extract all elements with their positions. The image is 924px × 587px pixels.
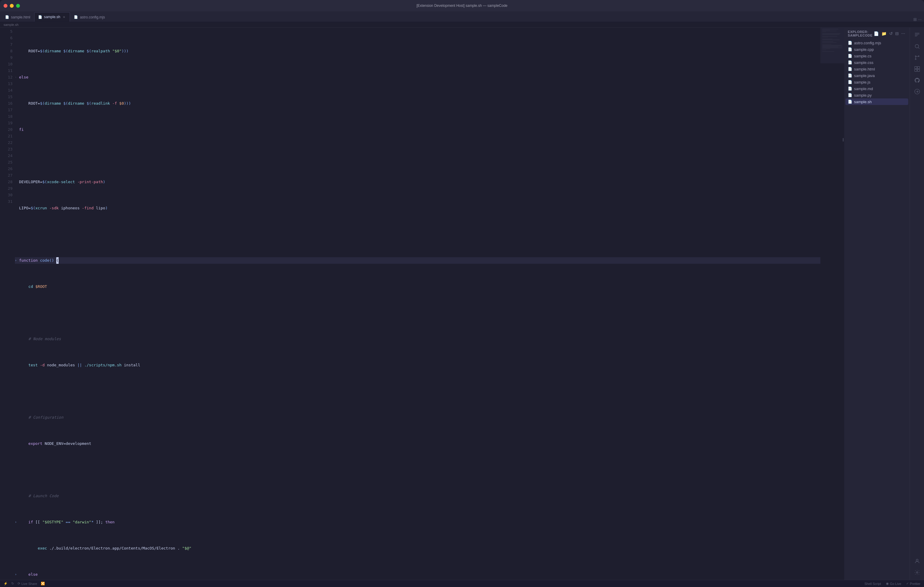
file-icon: 📄	[848, 67, 852, 71]
file-item-sample-css[interactable]: 📄 sample.css	[845, 59, 908, 66]
file-item-sample-cs[interactable]: 📄 sample.cs	[845, 53, 908, 59]
close-button[interactable]	[3, 4, 7, 8]
file-icon: 📄	[848, 41, 852, 45]
shell-script-label: Shell Script	[865, 582, 881, 585]
go-live-label: Go Live	[890, 582, 901, 585]
code-line-13: › function code() {	[15, 257, 820, 264]
code-line-9	[15, 153, 820, 159]
traffic-lights	[3, 4, 20, 8]
status-prettier[interactable]: ✓ Prettier	[906, 582, 921, 585]
file-icon: 📄	[5, 15, 9, 19]
activity-account-icon[interactable]	[912, 556, 922, 566]
activity-explorer-icon[interactable]	[912, 30, 922, 40]
liveshare-icon: ⟳	[18, 582, 20, 585]
file-item-sample-java[interactable]: 📄 sample.java	[845, 72, 908, 79]
explorer-sidebar: EXPLORER: SAMPLECODE 📄 📁 ↺ ⊟ ··· 📄 astro…	[844, 28, 910, 580]
minimize-button[interactable]	[10, 4, 14, 8]
explorer-title: EXPLORER: SAMPLECODE	[848, 30, 873, 37]
file-icon: 📄	[38, 15, 42, 19]
status-go-live[interactable]: ◉ Go Live	[886, 582, 901, 585]
code-line-20: export NODE_ENV=development	[15, 441, 820, 447]
code-line-17: test -d node_modules || ./scripts/npm.sh…	[15, 362, 820, 368]
file-icon: 📄	[848, 74, 852, 77]
file-name: sample.sh	[854, 100, 871, 104]
code-line-25: › else	[15, 571, 820, 578]
status-pin[interactable]: 🔀	[41, 582, 45, 585]
code-line-14: cd $ROOT	[15, 283, 820, 290]
code-line-19: # Configuration	[15, 414, 820, 421]
activity-search-icon[interactable]	[912, 41, 922, 51]
code-line-24: exec ./.build/electron/Electron.app/Cont…	[15, 545, 820, 552]
status-branch[interactable]: ⚡	[3, 582, 8, 585]
liveshare-label: Live Share	[21, 582, 37, 585]
tab-close-button[interactable]: ✕	[62, 15, 66, 19]
file-icon: 📄	[848, 60, 852, 64]
code-line-22: # Launch Code	[15, 493, 820, 499]
activity-extensions-icon[interactable]	[912, 64, 922, 74]
file-icon: 📄	[848, 54, 852, 58]
tab-label: astro.config.mjs	[80, 15, 105, 19]
file-item-sample-sh[interactable]: 📄 sample.sh	[845, 99, 908, 105]
code-line-8: fi	[15, 127, 820, 133]
code-line-10: DEVELOPER=$(xcode-select -print-path)	[15, 179, 820, 185]
more-icon[interactable]: ···	[901, 31, 906, 36]
code-line-7: ROOT=$(dirname $(dirname $(readlink -f $…	[15, 100, 820, 107]
status-bar-right: Shell Script ◉ Go Live ✓ Prettier	[865, 582, 921, 585]
activity-bar	[910, 28, 924, 580]
file-item-sample-cpp[interactable]: 📄 sample.cpp	[845, 46, 908, 53]
status-liveshare[interactable]: ⟳ Live Share	[18, 582, 37, 585]
activity-github-icon[interactable]	[912, 75, 922, 86]
more-actions-icon[interactable]: ···	[918, 17, 922, 22]
editor-area[interactable]: 5 6 7 8 9 10 11 12 13 14 15 16 17 18 19 …	[0, 28, 844, 580]
code-line-11: LIPO=$(xcrun -sdk iphoneos -find lipo)	[15, 205, 820, 211]
file-name: sample.js	[854, 80, 870, 84]
code-editor[interactable]: ROOT=$(dirname $(dirname $(realpath "$0"…	[15, 28, 820, 580]
code-line-18	[15, 388, 820, 395]
tab-astro-config[interactable]: 📄 astro.config.mjs	[70, 12, 109, 22]
activity-source-control-icon[interactable]	[912, 53, 922, 63]
file-item-sample-js[interactable]: 📄 sample.js	[845, 79, 908, 86]
go-live-icon: ◉	[886, 582, 889, 585]
file-icon: 📄	[848, 87, 852, 91]
file-icon: 📄	[848, 47, 852, 51]
code-line-5: ROOT=$(dirname $(dirname $(realpath "$0"…	[15, 48, 820, 54]
status-bar: ⚡ ↻ ⟳ Live Share 🔀 Shell Script ◉ Go Liv…	[0, 580, 924, 587]
window-title: [Extension Development Host] sample.sh —…	[416, 3, 507, 8]
prettier-label: Prettier	[910, 582, 921, 585]
new-folder-icon[interactable]: 📁	[881, 31, 888, 36]
activity-settings-icon[interactable]	[912, 567, 922, 577]
svg-rect-6	[914, 69, 917, 72]
tab-label: sample.sh	[44, 15, 60, 19]
main-layout: 5 6 7 8 9 10 11 12 13 14 15 16 17 18 19 …	[0, 28, 924, 580]
split-editor-icon[interactable]: ⊞	[913, 17, 917, 22]
svg-point-9	[916, 559, 918, 561]
file-name: sample.java	[854, 74, 874, 78]
status-shell-script[interactable]: Shell Script	[865, 582, 881, 585]
file-icon: 📄	[848, 93, 852, 97]
file-item-sample-md[interactable]: 📄 sample.md	[845, 86, 908, 92]
code-line-12	[15, 231, 820, 238]
file-name: sample.md	[854, 87, 873, 91]
explorer-header: EXPLORER: SAMPLECODE 📄 📁 ↺ ⊟ ···	[844, 28, 909, 39]
line-numbers: 5 6 7 8 9 10 11 12 13 14 15 16 17 18 19 …	[0, 28, 15, 580]
minimap	[820, 28, 844, 580]
activity-liveshare-icon[interactable]	[912, 87, 922, 97]
svg-point-10	[916, 572, 918, 573]
new-file-icon[interactable]: 📄	[873, 31, 879, 36]
svg-point-0	[915, 44, 919, 48]
file-name: astro.config.mjs	[854, 41, 881, 45]
tab-sample-sh[interactable]: 📄 sample.sh ✕	[34, 12, 70, 22]
file-item-sample-py[interactable]: 📄 sample.py	[845, 92, 908, 99]
maximize-button[interactable]	[16, 4, 20, 8]
editor-content[interactable]: 5 6 7 8 9 10 11 12 13 14 15 16 17 18 19 …	[0, 28, 820, 580]
file-item-astro-config[interactable]: 📄 astro.config.mjs	[845, 39, 908, 46]
file-tree: 📄 astro.config.mjs 📄 sample.cpp 📄 sample…	[844, 39, 909, 580]
code-line-16: # Node modules	[15, 336, 820, 342]
svg-rect-4	[914, 67, 917, 69]
status-sync[interactable]: ↻	[11, 582, 14, 585]
refresh-icon[interactable]: ↺	[889, 31, 894, 36]
tab-sample-html[interactable]: 📄 sample.html	[1, 12, 34, 22]
file-item-sample-html[interactable]: 📄 sample.html	[845, 66, 908, 72]
collapse-icon[interactable]: ⊟	[894, 31, 899, 36]
tab-bar-actions: ⊞ ···	[913, 17, 924, 22]
